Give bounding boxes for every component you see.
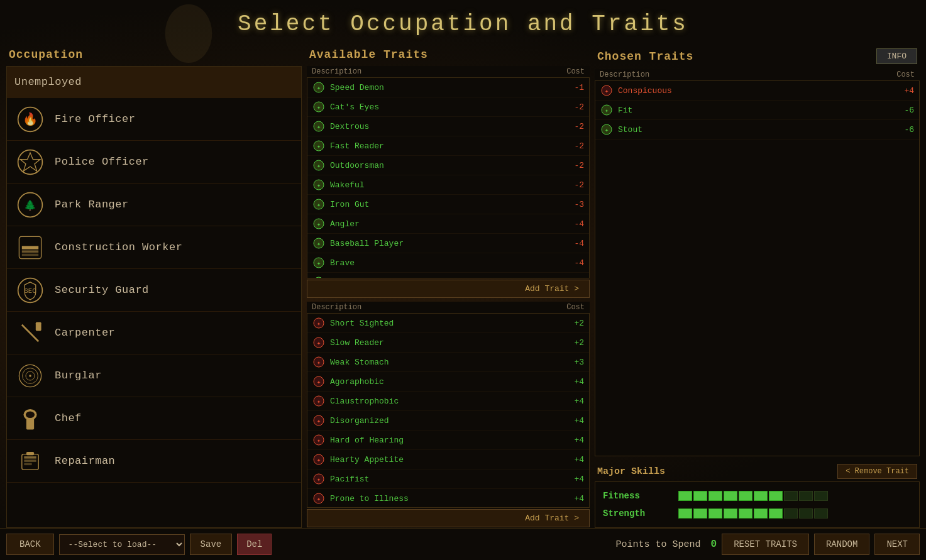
chosen-trait-name: Fit <box>618 106 889 115</box>
trait-name: Slow Reader <box>330 338 559 348</box>
skill-pip <box>693 491 707 501</box>
positive-trait-item[interactable]: ✦ Dextrous -2 <box>307 117 589 136</box>
occupation-item-construction-worker[interactable]: Construction Worker <box>7 226 301 269</box>
trait-cost: -4 <box>559 278 584 279</box>
positive-traits-list[interactable]: ✦ Speed Demon -1 ✦ Cat's Eyes -2 ✦ Dex <box>307 77 590 278</box>
chosen-trait-cost: +4 <box>889 86 914 96</box>
negative-trait-item[interactable]: ✦ Weak Stomach +3 <box>307 353 589 372</box>
positive-trait-item[interactable]: ✦ Iron Gut -3 <box>307 195 589 214</box>
load-select[interactable]: --Select to load-- <box>59 534 185 555</box>
negative-trait-item[interactable]: ✦ Agoraphobic +4 <box>307 372 589 392</box>
info-button[interactable]: INFO <box>876 48 917 64</box>
trait-name: Baseball Player <box>330 239 559 248</box>
negative-trait-item[interactable]: ✦ Claustrophobic +4 <box>307 392 589 411</box>
reset-traits-button[interactable]: RESET TRAITS <box>722 534 809 555</box>
skills-list: Fitness Strength <box>595 481 920 528</box>
positive-trait-item[interactable]: ✦ Brave -4 <box>307 253 589 273</box>
svg-text:✦: ✦ <box>317 437 321 444</box>
positive-trait-item[interactable]: ✦ Outdoorsman -2 <box>307 156 589 175</box>
svg-text:✦: ✦ <box>317 221 321 228</box>
del-button[interactable]: Del <box>237 534 272 555</box>
negative-trait-item[interactable]: ✦ Hearty Appetite +4 <box>307 450 589 469</box>
trait-name: Agoraphobic <box>330 377 559 387</box>
positive-trait-item[interactable]: ✦ Speed Demon -1 <box>307 78 589 97</box>
occupation-item-burglar[interactable]: Burglar <box>7 354 301 397</box>
add-negative-trait-button[interactable]: Add Trait > <box>307 509 590 527</box>
occupation-panel: Occupation Unemployed 🔥 Fire Officer <box>6 43 302 528</box>
add-positive-trait-button[interactable]: Add Trait > <box>307 280 590 298</box>
trait-cost: -3 <box>559 200 584 209</box>
save-button[interactable]: Save <box>190 534 233 555</box>
chosen-trait-item[interactable]: ✦ Fit -6 <box>595 101 919 120</box>
positive-trait-item[interactable]: ✦ Cat's Eyes -2 <box>307 97 589 117</box>
negative-traits-list[interactable]: ✦ Short Sighted +2 ✦ Slow Reader +2 ✦ <box>307 313 590 508</box>
next-button[interactable]: NEXT <box>874 534 920 555</box>
skill-pip <box>784 491 798 501</box>
skill-item: Strength <box>600 505 914 522</box>
negative-trait-item[interactable]: ✦ Pacifist +4 <box>307 469 589 489</box>
occupation-fire-officer-label: Fire Officer <box>55 113 135 125</box>
occupation-item-security-guard[interactable]: SEC Security Guard <box>7 269 301 312</box>
svg-text:✦: ✦ <box>317 360 321 366</box>
trait-cost: +4 <box>559 377 584 387</box>
trait-cost: -4 <box>559 239 584 248</box>
remove-trait-button[interactable]: < Remove Trait <box>837 464 917 479</box>
occupation-item-park-ranger[interactable]: 🌲 Park Ranger <box>7 184 301 226</box>
back-button[interactable]: BACK <box>6 534 54 555</box>
trait-name: Outdoorsman <box>330 161 559 170</box>
positive-trait-item[interactable]: ✦ Wakeful -2 <box>307 175 589 195</box>
park-ranger-icon: 🌲 <box>14 189 46 221</box>
trait-icon: ✦ <box>312 434 325 446</box>
skill-pip <box>814 491 828 501</box>
trait-icon: ✦ <box>312 140 325 152</box>
svg-text:SEC: SEC <box>25 287 36 295</box>
svg-text:✦: ✦ <box>317 143 321 150</box>
chosen-traits-list[interactable]: ✦ Conspicuous +4 ✦ Fit -6 ✦ Stout <box>595 80 920 456</box>
trait-icon: ✦ <box>312 375 325 388</box>
positive-trait-item[interactable]: ✦ Baseball Player -4 <box>307 234 589 253</box>
positive-trait-item[interactable]: ✦ Fast Reader -2 <box>307 136 589 156</box>
chosen-cost-header: Cost <box>896 70 915 79</box>
chosen-trait-icon: ✦ <box>600 84 613 97</box>
svg-text:✦: ✦ <box>317 104 321 111</box>
svg-text:✦: ✦ <box>317 496 321 503</box>
trait-name: Angler <box>330 219 559 229</box>
chosen-trait-item[interactable]: ✦ Conspicuous +4 <box>595 81 919 101</box>
occupation-unemployed-label: Unemployed <box>14 76 82 88</box>
occupation-item-carpenter[interactable]: Carpenter <box>7 312 301 354</box>
negative-trait-item[interactable]: ✦ Hard of Hearing +4 <box>307 431 589 450</box>
negative-trait-item[interactable]: ✦ Prone to Illness +4 <box>307 489 589 508</box>
positive-trait-item[interactable]: ✦ Angler -4 <box>307 214 589 234</box>
negative-trait-item[interactable]: ✦ Disorganized +4 <box>307 411 589 431</box>
trait-icon: ✦ <box>312 81 325 94</box>
skill-pip <box>724 491 737 501</box>
svg-point-26 <box>26 411 35 418</box>
positive-trait-item[interactable]: ✦ First Aider -4 <box>307 273 589 278</box>
occupation-list[interactable]: Unemployed 🔥 Fire Officer <box>6 66 302 528</box>
negative-traits-header: Description Cost <box>307 302 590 313</box>
chosen-trait-item[interactable]: ✦ Stout -6 <box>595 120 919 140</box>
occupation-item-fire-officer[interactable]: 🔥 Fire Officer <box>7 98 301 141</box>
occupation-item-repairman[interactable]: Repairman <box>7 440 301 483</box>
major-skills-title: Major Skills <box>597 466 665 477</box>
occupation-item-police-officer[interactable]: Police Officer <box>7 141 301 184</box>
skill-bar <box>678 508 828 519</box>
chef-icon <box>14 403 46 434</box>
points-to-spend-label: Points to Spend <box>616 539 701 550</box>
chosen-trait-icon: ✦ <box>600 104 613 116</box>
construction-worker-icon <box>14 232 46 263</box>
available-traits-title: Available Traits <box>307 43 590 66</box>
negative-trait-item[interactable]: ✦ Slow Reader +2 <box>307 333 589 353</box>
trait-cost: -4 <box>559 219 584 229</box>
svg-rect-13 <box>22 246 38 249</box>
svg-text:✦: ✦ <box>317 418 321 425</box>
occupation-panel-title: Occupation <box>6 43 302 66</box>
negative-trait-item[interactable]: ✦ Short Sighted +2 <box>307 314 589 333</box>
svg-rect-29 <box>24 459 36 462</box>
random-button[interactable]: RANDOM <box>814 534 869 555</box>
major-skills-section: Major Skills < Remove Trait Fitness Stre… <box>595 461 920 528</box>
occupation-item-chef[interactable]: Chef <box>7 397 301 440</box>
occupation-item-unemployed[interactable]: Unemployed <box>7 67 301 98</box>
occupation-carpenter-label: Carpenter <box>55 327 115 339</box>
occupation-repairman-label: Repairman <box>55 455 115 467</box>
